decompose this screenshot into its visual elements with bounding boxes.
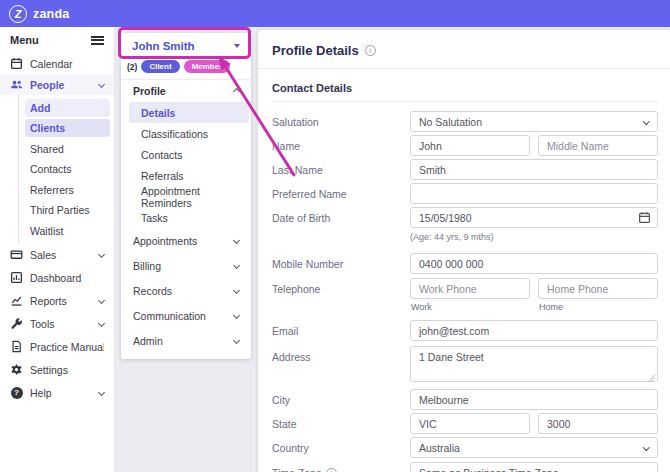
client-nav-label: Contacts [141,149,182,161]
sidebar-item-referrers[interactable]: Referrers [25,181,110,199]
email-input[interactable] [410,320,658,341]
dashboard-icon [10,271,23,284]
sidebar-item-tools[interactable]: Tools [0,312,114,335]
client-nav-profile[interactable]: Profile [121,80,251,102]
sidebar: Menu Calendar People Add Clients Shared … [0,27,115,472]
sidebar-item-contacts[interactable]: Contacts [25,160,110,178]
address-label: Address [272,346,410,386]
sidebar-item-third-parties[interactable]: Third Parties [25,201,110,219]
sidebar-item-people[interactable]: People [0,74,114,95]
info-icon[interactable]: i [365,45,376,56]
sidebar-item-clients[interactable]: Clients [25,119,110,137]
last-name-input[interactable] [410,159,658,180]
address-textarea[interactable]: 1 Dane Street [410,346,658,382]
work-phone-input[interactable] [410,278,530,299]
sidebar-item-label: Help [30,387,92,399]
client-nav-communication[interactable]: Communication [121,303,251,328]
sidebar-item-practice-manual[interactable]: Practice Manual [0,335,114,358]
chevron-down-icon [233,312,240,319]
postcode-input[interactable] [538,413,658,434]
client-nav-appointment-reminders[interactable]: Appointment Reminders [121,186,251,207]
zanda-logo-icon: Z [9,5,27,23]
tools-icon [10,317,23,330]
client-nav-label: Billing [133,260,161,272]
time-zone-select[interactable]: Same as Business Time Zone [410,462,658,472]
sidebar-item-shared[interactable]: Shared [25,140,110,158]
chevron-down-icon [643,118,649,124]
sidebar-item-settings[interactable]: Settings [0,358,114,381]
client-nav-appointments[interactable]: Appointments [121,228,251,253]
date-of-birth-input[interactable] [410,207,658,228]
client-nav-label: Details [141,107,175,119]
chevron-down-icon [643,444,649,450]
dropdown-caret-icon [234,44,240,48]
client-panel: John Smith (2) Client Member Profile Det… [121,33,251,359]
sidebar-item-sales[interactable]: Sales [0,243,114,266]
last-name-label: Last Name [272,159,410,180]
salutation-value: No Salutation [419,116,482,128]
menu-label: Menu [10,34,39,46]
chevron-down-icon [233,262,240,269]
country-label: Country [272,437,410,458]
city-input[interactable] [410,389,658,410]
salutation-select[interactable]: No Salutation [410,111,658,132]
home-phone-input[interactable] [538,278,658,299]
client-nav-label: Classifications [141,128,208,140]
sidebar-item-label: Shared [30,143,64,155]
chevron-down-icon [98,81,105,88]
client-nav-billing[interactable]: Billing [121,253,251,278]
state-input[interactable] [410,413,530,434]
client-nav-admin[interactable]: Admin [121,328,251,353]
client-nav-referrals[interactable]: Referrals [121,165,251,186]
client-nav-records[interactable]: Records [121,278,251,303]
time-zone-value: Same as Business Time Zone [419,467,558,472]
sidebar-item-label: Tools [30,318,92,330]
client-selector[interactable]: John Smith [121,33,251,59]
brand-name: zanda [33,7,69,21]
resize-handle-icon[interactable] [648,375,655,382]
client-nav-classifications[interactable]: Classifications [121,123,251,144]
country-select[interactable]: Australia [410,437,658,458]
member-badge: Member [184,60,231,73]
sidebar-item-label: Referrers [30,184,74,196]
sidebar-item-add[interactable]: Add [25,99,110,117]
sidebar-item-waitlist[interactable]: Waitlist [25,222,110,240]
first-name-input[interactable] [410,135,530,156]
state-label: State [272,413,410,434]
chevron-down-icon [98,320,105,327]
date-of-birth-label: Date of Birth [272,207,410,250]
telephone-label: Telephone [272,278,410,317]
home-caption: Home [539,302,658,312]
sidebar-item-calendar[interactable]: Calendar [0,53,114,74]
sidebar-item-reports[interactable]: Reports [0,289,114,312]
calendar-icon[interactable] [638,211,651,224]
hamburger-icon[interactable] [91,36,104,45]
sidebar-item-label: People [30,79,92,91]
calendar-icon [10,57,23,70]
client-nav-label: Communication [133,310,206,322]
time-zone-label: Time Zone i [272,462,410,472]
client-nav-tasks[interactable]: Tasks [121,207,251,228]
reports-icon [10,294,23,307]
client-nav-details[interactable]: Details [129,102,249,123]
sidebar-item-dashboard[interactable]: Dashboard [0,266,114,289]
client-selector-name: John Smith [132,40,195,52]
city-label: City [272,389,410,410]
info-icon[interactable]: i [326,468,337,472]
sidebar-item-label: Clients [30,122,65,134]
sidebar-item-label: Third Parties [30,204,90,216]
chevron-up-icon [233,87,240,94]
sidebar-item-label: Contacts [30,163,71,175]
middle-name-input[interactable] [538,135,658,156]
age-note: (Age: 44 yrs, 9 mths) [410,232,658,242]
chevron-down-icon [98,389,105,396]
document-icon [10,340,23,353]
preferred-name-input[interactable] [410,183,658,204]
client-nav-label: Appointments [133,235,197,247]
sidebar-item-help[interactable]: ? Help [0,381,114,404]
client-nav-contacts[interactable]: Contacts [121,144,251,165]
profile-details-panel: Profile Details i Contact Details Saluta… [258,30,670,472]
mobile-number-input[interactable] [410,253,658,274]
sidebar-item-label: Add [30,102,50,114]
salutation-label: Salutation [272,111,410,132]
